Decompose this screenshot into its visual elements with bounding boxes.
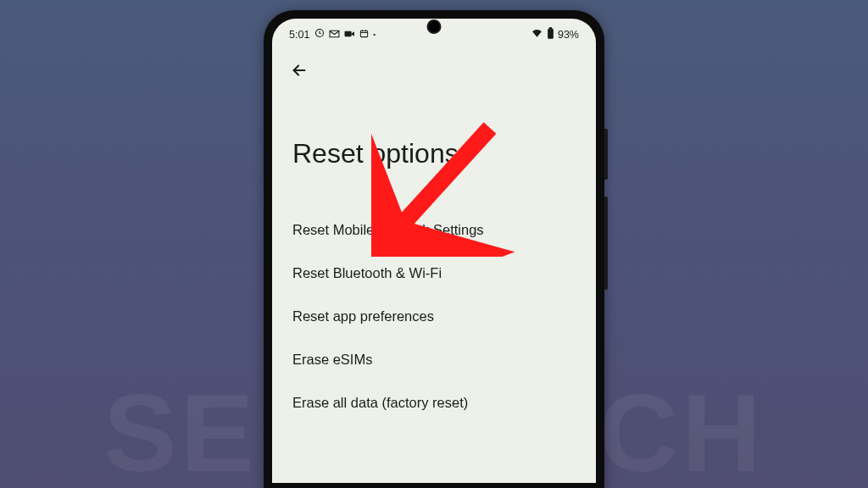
phone-frame: 5:01 • xyxy=(264,10,604,488)
screen: 5:01 • xyxy=(272,19,596,483)
clock-text: 5:01 xyxy=(289,29,309,41)
menu-item-reset-mobile-network[interactable]: Reset Mobile Network Settings xyxy=(292,208,576,252)
battery-text: 93% xyxy=(558,29,579,41)
menu-item-erase-esims[interactable]: Erase eSIMs xyxy=(292,338,576,381)
status-right: 93% xyxy=(531,27,579,42)
menu-item-reset-bluetooth-wifi[interactable]: Reset Bluetooth & Wi-Fi xyxy=(292,252,576,295)
timer-icon xyxy=(314,28,325,41)
front-camera xyxy=(427,19,442,34)
status-left: 5:01 • xyxy=(289,28,376,41)
back-arrow-icon xyxy=(290,61,309,83)
more-dot-icon: • xyxy=(373,30,376,38)
svg-rect-5 xyxy=(548,30,552,38)
calendar-icon xyxy=(359,29,369,41)
video-icon xyxy=(344,29,355,41)
page-title: Reset options xyxy=(272,92,596,208)
gmail-icon xyxy=(329,29,340,41)
back-button[interactable] xyxy=(284,57,314,87)
menu-item-reset-app-preferences[interactable]: Reset app preferences xyxy=(292,295,576,338)
svg-rect-1 xyxy=(345,30,352,36)
svg-rect-4 xyxy=(549,28,551,29)
menu-item-erase-all-data[interactable]: Erase all data (factory reset) xyxy=(292,381,576,424)
menu-list: Reset Mobile Network Settings Reset Blue… xyxy=(272,208,596,424)
app-bar xyxy=(272,45,596,92)
wifi-icon xyxy=(531,28,543,41)
svg-rect-2 xyxy=(361,30,368,36)
battery-icon xyxy=(547,27,554,42)
